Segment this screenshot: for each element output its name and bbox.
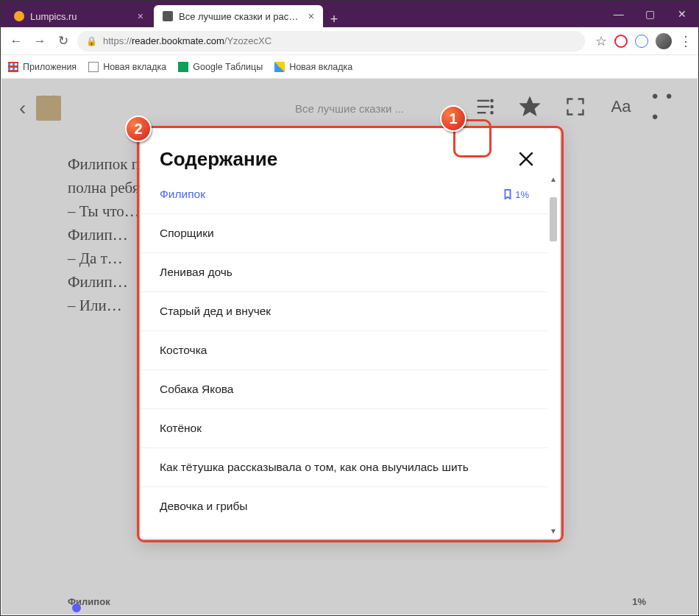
toc-item[interactable]: Старый дед и внучек [141, 291, 548, 330]
lock-icon: 🔒 [86, 36, 97, 46]
toc-item-label: Старый дед и внучек [160, 305, 271, 318]
tab-title: Все лучшие сказки и рассказы [179, 11, 302, 22]
bookmark-item[interactable]: Google Таблицы [178, 62, 263, 72]
url-path: /YzozecXC [224, 35, 272, 46]
toc-item[interactable]: Девочка и грибы [141, 486, 548, 525]
toc-item[interactable]: Котёнок [141, 408, 548, 447]
annotation-badge-1: 1 [440, 105, 466, 132]
toc-popup: Содержание Филипок 1% Спорщики Ленивая д… [140, 127, 561, 539]
toc-item-label: Как тётушка рассказывала о том, как она … [160, 461, 469, 474]
bookmark-item[interactable]: Новая вкладка [88, 62, 166, 72]
scroll-up-icon[interactable]: ▲ [550, 175, 557, 183]
toc-item-label: Девочка и грибы [160, 500, 248, 513]
toc-item[interactable]: Ленивая дочь [141, 252, 548, 291]
bookmark-icon [503, 189, 512, 199]
tab-title: Lumpics.ru [30, 11, 132, 22]
window-maximize-button[interactable]: ▢ [634, 1, 666, 27]
progress-knob[interactable] [72, 603, 81, 612]
tab-close-icon[interactable]: × [308, 10, 314, 22]
scroll-thumb[interactable] [550, 197, 557, 241]
bookmark-apps[interactable]: Приложения [8, 62, 77, 72]
toc-item-label: Спорщики [160, 227, 214, 240]
nav-forward-button[interactable]: → [30, 32, 49, 51]
address-bar: ← → ↻ 🔒 https://reader.bookmate.com/Yzoz… [1, 27, 698, 55]
translate-icon[interactable] [635, 35, 648, 48]
browser-tabbar: Lumpics.ru × Все лучшие сказки и рассказ… [1, 1, 698, 27]
reader-viewport: ‹ Все лучшие сказки ... Aa • • • Филипок… [1, 79, 698, 615]
toc-item-label: Филипок [160, 188, 205, 201]
browser-menu-button[interactable]: ⋮ [679, 33, 692, 49]
annotation-badge-2: 2 [125, 116, 152, 142]
toc-item[interactable]: Как тётушка рассказывала о том, как она … [141, 447, 548, 486]
window-minimize-button[interactable]: — [603, 1, 634, 27]
url-scheme: https:// [103, 35, 132, 46]
bookmark-star-icon[interactable]: ☆ [595, 33, 607, 49]
url-input[interactable]: 🔒 https://reader.bookmate.com/YzozecXC [77, 31, 585, 52]
bookmark-item[interactable]: Новая вкладка [274, 62, 352, 72]
toc-item-label: Котёнок [160, 422, 202, 435]
toc-list[interactable]: Филипок 1% Спорщики Ленивая дочь Старый … [141, 175, 548, 534]
nav-reload-button[interactable]: ↻ [54, 32, 73, 51]
close-icon [517, 149, 536, 169]
toc-item[interactable]: Спорщики [141, 213, 548, 252]
scroll-down-icon[interactable]: ▼ [550, 527, 557, 534]
apps-icon [8, 62, 18, 72]
toc-title: Содержание [160, 148, 277, 171]
toc-close-button[interactable] [511, 144, 541, 174]
toc-item-label: Ленивая дочь [160, 266, 233, 279]
favicon-icon [163, 11, 173, 21]
tab-close-icon[interactable]: × [138, 10, 143, 22]
progress-slider[interactable] [68, 606, 646, 610]
opera-extension-icon[interactable] [614, 35, 628, 48]
toc-item[interactable]: Филипок 1% [141, 175, 548, 213]
profile-avatar[interactable] [656, 33, 672, 49]
new-tab-button[interactable]: + [324, 12, 344, 27]
url-host: reader.bookmate.com [132, 35, 224, 46]
browser-tab-2[interactable]: Все лучшие сказки и рассказы × [154, 5, 323, 27]
flag-icon [274, 62, 285, 72]
document-icon [88, 62, 99, 72]
toc-item[interactable]: Косточка [141, 330, 548, 369]
toc-item-label: Собака Якова [160, 383, 233, 396]
scrollbar[interactable]: ▲ ▼ [550, 175, 558, 534]
sheets-icon [178, 62, 188, 72]
window-close-button[interactable]: ✕ [667, 1, 698, 27]
progress-track [68, 607, 646, 609]
favicon-icon [14, 11, 24, 21]
toc-item-bookmark: 1% [503, 189, 529, 200]
toc-item-label: Косточка [160, 344, 207, 357]
nav-back-button[interactable]: ← [7, 32, 26, 51]
bookmarks-bar: Приложения Новая вкладка Google Таблицы … [1, 55, 698, 79]
toc-item[interactable]: Собака Якова [141, 369, 548, 408]
browser-tab-1[interactable]: Lumpics.ru × [5, 5, 152, 27]
